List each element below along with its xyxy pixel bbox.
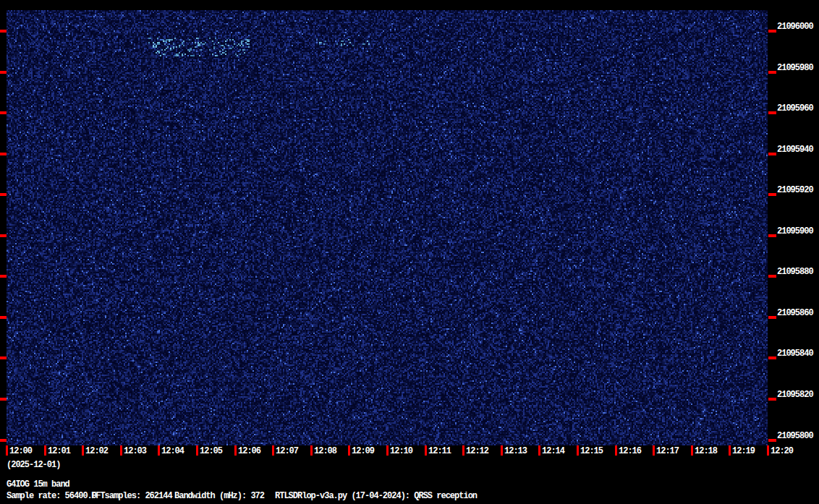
time-tick [44, 445, 46, 456]
time-tick [82, 445, 84, 456]
freq-tick-right [768, 316, 776, 319]
time-tick-label: 12:12 [466, 446, 488, 456]
time-tick [615, 445, 617, 456]
freq-tick-label: 21095840 [777, 349, 813, 359]
station-label: G4IOG 15m band [7, 479, 69, 490]
time-tick-label: 12:07 [276, 446, 298, 456]
freq-tick-left [0, 111, 7, 114]
time-tick-label: 12:18 [695, 446, 717, 456]
time-tick [234, 445, 237, 456]
spectrogram-canvas [7, 10, 768, 445]
freq-tick-label: 21096000 [777, 22, 813, 32]
time-tick [767, 445, 769, 456]
time-tick [462, 445, 464, 456]
freq-tick-left [0, 398, 7, 401]
freq-tick-label: 21095860 [777, 308, 813, 318]
time-tick-label: 12:04 [161, 446, 184, 456]
freq-tick-left [0, 30, 7, 33]
freq-tick-label: 21095880 [777, 267, 813, 277]
time-tick-label: 12:00 [9, 446, 32, 456]
freq-tick-right [768, 111, 776, 114]
time-tick [158, 445, 160, 456]
time-tick-label: 12:06 [238, 446, 260, 456]
time-tick-label: 12:17 [656, 446, 679, 456]
time-tick-label: 12:08 [314, 446, 336, 456]
time-tick [729, 445, 731, 456]
freq-tick-right [768, 71, 776, 74]
time-tick-label: 12:05 [200, 446, 222, 456]
date-label: (2025-12-01) [7, 460, 60, 470]
time-tick-label: 12:15 [580, 446, 603, 456]
freq-tick-left [0, 439, 7, 442]
freq-tick-right [768, 30, 776, 33]
time-tick [653, 445, 655, 456]
time-tick [310, 445, 313, 456]
time-tick [691, 445, 693, 456]
freq-tick-left [0, 234, 7, 237]
freq-tick-label: 21095900 [777, 226, 813, 236]
freq-tick-right [768, 356, 776, 359]
freq-tick-label: 21095820 [777, 390, 813, 400]
time-tick-label: 12:16 [619, 446, 641, 456]
time-tick-label: 12:19 [732, 446, 755, 456]
time-tick [120, 445, 122, 456]
freq-tick-right [768, 439, 776, 442]
time-tick-label: 12:02 [85, 446, 108, 456]
freq-tick-label: 21095800 [777, 431, 813, 441]
software-label: RTLSDRlop-v3a.py (17-04-2024): QRSS rece… [275, 491, 477, 501]
time-tick-label: 12:03 [124, 446, 146, 456]
bandwidth-label: Bandwidth (mHz): 372 [174, 491, 264, 501]
time-tick [348, 445, 350, 456]
time-tick-label: 12:20 [771, 446, 793, 456]
freq-tick-left [0, 153, 7, 155]
time-tick-label: 12:10 [390, 446, 412, 456]
time-tick-label: 12:01 [48, 446, 70, 456]
sample-rate-label: Sample rate: 56400.0 [7, 491, 96, 501]
freq-tick-right [768, 193, 776, 196]
freq-tick-label: 21095920 [777, 185, 813, 195]
time-tick-label: 12:11 [428, 446, 451, 456]
time-tick [196, 445, 198, 456]
freq-tick-label: 21095940 [777, 145, 813, 155]
time-tick [577, 445, 579, 456]
time-tick [6, 445, 8, 456]
freq-tick-left [0, 71, 7, 74]
time-tick [272, 445, 274, 456]
time-tick [538, 445, 540, 456]
freq-tick-label: 21095980 [777, 63, 813, 73]
freq-tick-left [0, 193, 7, 196]
freq-tick-left [0, 356, 7, 359]
time-tick-label: 12:13 [504, 446, 527, 456]
time-tick [425, 445, 427, 456]
freq-tick-right [768, 153, 776, 155]
freq-tick-right [768, 275, 776, 278]
time-tick [501, 445, 503, 456]
time-tick-label: 12:14 [542, 446, 564, 456]
time-tick [386, 445, 389, 456]
freq-tick-left [0, 316, 7, 319]
time-tick-label: 12:09 [352, 446, 374, 456]
fft-samples-label: FFTsamples: 262144 [91, 491, 172, 501]
freq-tick-right [768, 398, 776, 401]
qrss-grabber-screen: 2109600021095980210959602109594021095920… [0, 0, 819, 504]
freq-tick-label: 21095960 [777, 103, 813, 114]
freq-tick-left [0, 275, 7, 278]
freq-tick-right [768, 234, 776, 237]
